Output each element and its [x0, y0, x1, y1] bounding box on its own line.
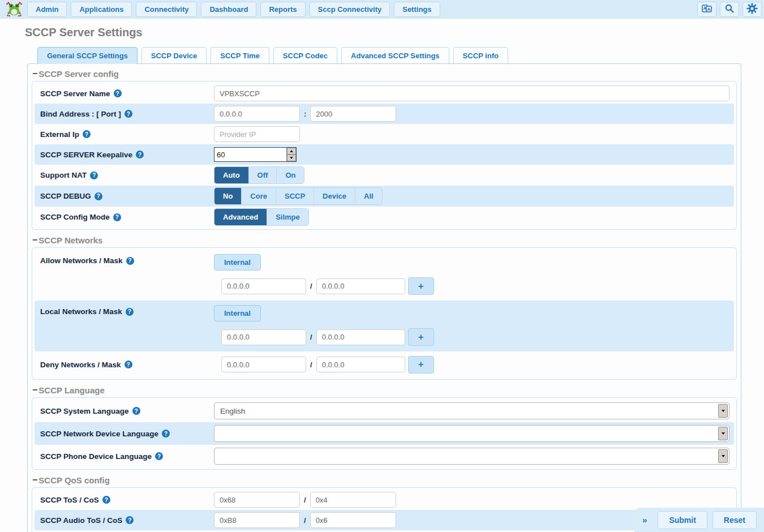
- field-label: Deny Networks / Mask: [40, 361, 121, 369]
- help-icon[interactable]: ?: [83, 130, 91, 138]
- gear-icon: [746, 3, 758, 16]
- local-mask-input[interactable]: [316, 329, 405, 345]
- debug-sccp-button[interactable]: SCCP: [276, 188, 314, 204]
- help-icon[interactable]: ?: [114, 89, 122, 97]
- chevron-down-icon: [718, 449, 728, 463]
- tab-sccp-device[interactable]: SCCP Device: [141, 47, 207, 64]
- nat-on-button[interactable]: On: [277, 167, 304, 183]
- nav-item-settings[interactable]: Settings: [394, 2, 440, 17]
- sccp-server-name-input[interactable]: [214, 85, 729, 101]
- collapse-panel-icon[interactable]: »: [642, 515, 647, 525]
- nav-item-applications[interactable]: Applications: [71, 2, 132, 17]
- tos-cos-separator: /: [304, 516, 306, 525]
- nat-auto-button[interactable]: Auto: [214, 167, 249, 183]
- section-title-text: SCCP QoS config: [38, 475, 110, 485]
- debug-device-button[interactable]: Device: [314, 188, 355, 204]
- row-allow-networks: Allow Networks / Mask ? Internal / +: [35, 250, 734, 301]
- help-icon[interactable]: ?: [126, 516, 134, 524]
- help-icon[interactable]: ?: [113, 213, 121, 221]
- mask-separator: /: [310, 333, 312, 341]
- help-icon[interactable]: ?: [125, 361, 132, 368]
- help-icon[interactable]: ?: [132, 407, 140, 415]
- field-label: SCCP ToS / CoS: [40, 496, 99, 504]
- collapse-icon: −: [32, 68, 37, 79]
- search-button[interactable]: [720, 2, 739, 17]
- allow-network-input[interactable]: [221, 278, 306, 294]
- tab-sccp-codec[interactable]: SCCP Codec: [273, 47, 337, 64]
- freepbx-frog-logo[interactable]: [5, 1, 24, 18]
- nav-item-connectivity[interactable]: Connectivity: [136, 2, 197, 17]
- debug-all-button[interactable]: All: [355, 188, 382, 204]
- tab-sccp-time[interactable]: SCCP Time: [211, 47, 269, 64]
- field-label: Bind Address : [ Port ]: [40, 110, 121, 118]
- row-phone-device-language: SCCP Phone Device Language ?: [35, 445, 734, 467]
- deny-mask-input[interactable]: [316, 357, 405, 372]
- tab-general-sccp-settings[interactable]: General SCCP Settings: [37, 47, 138, 64]
- help-icon[interactable]: ?: [155, 452, 163, 460]
- row-sccp-server-name: SCCP Server Name ?: [35, 83, 734, 104]
- nav-item-reports[interactable]: Reports: [260, 2, 305, 17]
- help-icon[interactable]: ?: [126, 308, 134, 316]
- deny-network-input[interactable]: [221, 357, 306, 372]
- help-icon[interactable]: ?: [126, 257, 134, 265]
- help-icon[interactable]: ?: [90, 171, 98, 179]
- local-add-button[interactable]: +: [408, 328, 434, 346]
- reset-button[interactable]: Reset: [713, 511, 757, 529]
- local-internal-button[interactable]: Internal: [214, 305, 261, 321]
- bind-separator: :: [304, 110, 306, 118]
- submit-button[interactable]: Submit: [658, 511, 707, 529]
- bind-address-input[interactable]: [214, 106, 300, 122]
- mode-advanced-button[interactable]: Advanced: [214, 209, 267, 225]
- mode-simple-button[interactable]: Silmpe: [267, 209, 308, 225]
- section-title-text: SCCP Server config: [38, 69, 118, 79]
- help-icon[interactable]: ?: [162, 430, 170, 437]
- field-label: Local Networks / Mask: [40, 307, 122, 316]
- system-language-select[interactable]: English: [214, 402, 729, 419]
- phone-device-language-select[interactable]: [214, 448, 729, 465]
- nat-off-button[interactable]: Off: [249, 167, 277, 183]
- spin-up-icon[interactable]: [287, 148, 296, 155]
- external-ip-input[interactable]: [214, 126, 300, 142]
- section-header-networks[interactable]: − SCCP Networks: [32, 235, 741, 245]
- deny-add-button[interactable]: +: [408, 356, 434, 374]
- allow-mask-input[interactable]: [316, 278, 405, 294]
- tab-sccp-info[interactable]: SCCP info: [453, 47, 508, 64]
- cos-input[interactable]: [310, 492, 396, 508]
- spin-down-icon[interactable]: [287, 155, 296, 161]
- nav-item-sccp-connectivity[interactable]: Sccp Connectivity: [310, 2, 390, 17]
- section-header-language[interactable]: − SCCP Language: [32, 385, 741, 395]
- tab-advanced-sccp-settings[interactable]: Advanced SCCP Settings: [341, 47, 449, 64]
- field-label: External Ip: [40, 130, 79, 139]
- help-icon[interactable]: ?: [136, 151, 144, 158]
- local-network-input[interactable]: [221, 329, 306, 345]
- search-icon: [725, 4, 734, 15]
- tos-input[interactable]: [214, 492, 300, 508]
- allow-internal-button[interactable]: Internal: [214, 254, 261, 271]
- section-networks: Allow Networks / Mask ? Internal / + Loc…: [32, 247, 737, 380]
- audio-cos-input[interactable]: [310, 512, 396, 528]
- audio-tos-input[interactable]: [214, 512, 300, 528]
- debug-core-button[interactable]: Core: [242, 188, 276, 204]
- nav-item-dashboard[interactable]: Dashboard: [201, 2, 256, 17]
- nav-item-admin[interactable]: Admin: [27, 2, 67, 17]
- mask-separator: /: [310, 282, 312, 290]
- sccp-debug-toggle: No Core SCCP Device All: [214, 187, 383, 205]
- debug-no-button[interactable]: No: [214, 188, 242, 204]
- network-device-language-select[interactable]: [214, 425, 729, 442]
- settings-gear-button[interactable]: [742, 2, 762, 17]
- help-icon[interactable]: ?: [125, 110, 132, 118]
- help-icon[interactable]: ?: [95, 192, 102, 200]
- help-icon[interactable]: ?: [102, 496, 110, 504]
- section-header-server-config[interactable]: − SCCP Server config: [32, 68, 741, 79]
- language-button[interactable]: A: [697, 2, 716, 17]
- page-title: SCCP Server Settings: [25, 26, 764, 39]
- row-system-language: SCCP System Language ? English: [35, 400, 734, 422]
- allow-add-button[interactable]: +: [408, 277, 434, 295]
- bind-port-input[interactable]: [310, 106, 396, 122]
- top-navigation: Admin Applications Connectivity Dashboar…: [0, 0, 764, 19]
- section-header-qos[interactable]: − SCCP QoS config: [32, 475, 741, 485]
- mask-separator: /: [310, 361, 312, 369]
- keepalive-input[interactable]: [214, 148, 286, 161]
- row-network-device-language: SCCP Network Device Language ?: [35, 422, 734, 445]
- row-config-mode: SCCP Config Mode ? Advanced Silmpe: [35, 207, 734, 228]
